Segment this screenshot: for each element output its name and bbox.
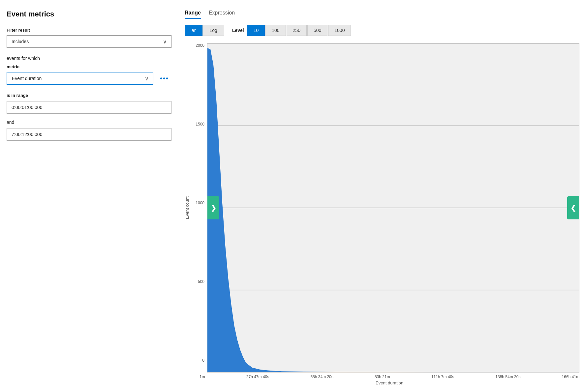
- metric-ellipsis-button[interactable]: •••: [157, 73, 171, 84]
- chart-wrapper: ❯ ❮: [207, 43, 579, 373]
- scale-btn-log[interactable]: Log: [202, 25, 224, 36]
- y-ticks-and-chart: 0 500 1000 1500 2000: [192, 43, 579, 373]
- x-tick-166h: 166h 41m: [562, 375, 579, 379]
- y-tick-0: 0: [192, 358, 207, 363]
- filter-result-select[interactable]: Includes Excludes: [7, 35, 171, 48]
- level-btn-10[interactable]: 10: [247, 25, 265, 36]
- x-tick-1m: 1m: [200, 375, 205, 379]
- tab-range[interactable]: Range: [185, 10, 201, 19]
- filter-result-select-wrapper: Includes Excludes ∨: [7, 35, 171, 48]
- level-btn-500[interactable]: 500: [307, 25, 327, 36]
- y-tick-1500: 1500: [192, 122, 207, 126]
- x-axis-area: 1m 27h 47m 40s 55h 34m 20s 83h 21m 111h …: [185, 373, 579, 385]
- events-for-which-label: events for which: [7, 56, 171, 61]
- level-label: Level: [232, 28, 244, 33]
- right-panel: Range Expression ar Log Level 10 100 250…: [185, 10, 579, 385]
- svg-marker-5: [207, 48, 579, 372]
- left-handle-arrow-icon: ❯: [211, 204, 216, 212]
- tab-expression[interactable]: Expression: [209, 10, 235, 19]
- filter-result-label: Filter result: [7, 28, 171, 33]
- panel-title: Event metrics: [7, 10, 171, 18]
- range-start-input[interactable]: [7, 101, 171, 114]
- x-axis-label: Event duration: [200, 380, 579, 385]
- scale-btn-ar[interactable]: ar: [185, 25, 202, 36]
- level-btn-250[interactable]: 250: [287, 25, 307, 36]
- level-btn-100[interactable]: 100: [265, 25, 286, 36]
- main-container: Event metrics Filter result Includes Exc…: [0, 0, 586, 392]
- metric-row: Event duration Event count ∨ •••: [7, 72, 171, 85]
- x-tick-111h: 111h 7m 40s: [431, 375, 454, 379]
- is-in-range-label: is in range: [7, 93, 171, 98]
- y-axis-label: Event count: [185, 43, 190, 373]
- metric-label: metric: [7, 64, 171, 69]
- right-handle-arrow-icon: ❮: [571, 204, 576, 212]
- y-tick-2000: 2000: [192, 43, 207, 48]
- x-tick-55h: 55h 34m 20s: [310, 375, 333, 379]
- x-tick-138h: 138h 54m 20s: [495, 375, 520, 379]
- chart-area: Event count 0 500 1000 1500 2000: [185, 43, 579, 385]
- metric-select[interactable]: Event duration Event count: [7, 72, 153, 85]
- metric-select-wrapper: Event duration Event count ∨: [7, 72, 153, 85]
- range-end-input[interactable]: [7, 128, 171, 141]
- y-tick-1000: 1000: [192, 201, 207, 205]
- x-tick-27h: 27h 47m 40s: [246, 375, 269, 379]
- chart-controls: ar Log Level 10 100 250 500 1000: [185, 25, 579, 36]
- tabs-row: Range Expression: [185, 10, 579, 19]
- y-ticks: 0 500 1000 1500 2000: [192, 43, 207, 373]
- chart-svg: [207, 43, 579, 372]
- and-label: and: [7, 120, 171, 125]
- left-panel: Event metrics Filter result Includes Exc…: [7, 10, 171, 385]
- x-tick-83h: 83h 21m: [375, 375, 390, 379]
- x-ticks: 1m 27h 47m 40s 55h 34m 20s 83h 21m 111h …: [200, 373, 579, 379]
- right-drag-handle[interactable]: ❮: [567, 196, 579, 219]
- level-btn-1000[interactable]: 1000: [328, 25, 351, 36]
- left-drag-handle[interactable]: ❯: [207, 196, 219, 219]
- chart-with-yaxis: Event count 0 500 1000 1500 2000: [185, 43, 579, 373]
- y-tick-500: 500: [192, 279, 207, 284]
